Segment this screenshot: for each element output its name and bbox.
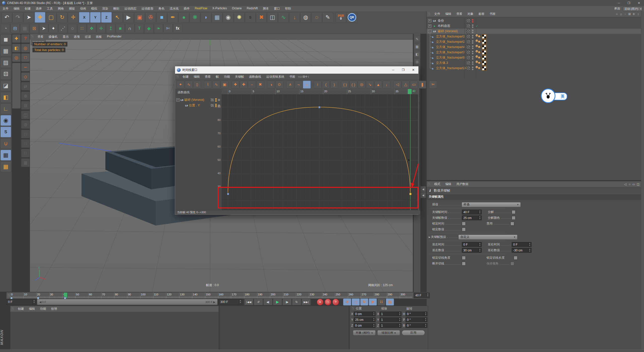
menu-item[interactable]: 角色 — [156, 7, 167, 11]
am-menu-item[interactable]: 编辑 — [443, 182, 454, 186]
minimize-button[interactable]: ─ — [614, 0, 624, 6]
visibility-toggle-icon[interactable] — [466, 34, 470, 39]
enable-dots-icon[interactable] — [472, 24, 473, 28]
break-checkbox[interactable] — [512, 210, 515, 214]
palette-cube-icon[interactable]: ◧ — [12, 44, 21, 52]
enable-dots-icon[interactable] — [472, 61, 473, 65]
render-picture-icon[interactable]: ▣ — [134, 12, 145, 23]
dots-a-icon[interactable]: ∷ — [21, 130, 30, 138]
move-window-icon[interactable]: ✛ — [632, 12, 636, 16]
paren-a-icon[interactable]: ( ) — [341, 81, 349, 89]
menu-item[interactable]: 插件 — [181, 7, 192, 11]
resize-icon[interactable]: ↕ — [636, 12, 640, 16]
tag-area[interactable] — [475, 66, 487, 71]
object-label[interactable]: 立方体_fracturepart4 — [436, 45, 465, 49]
expand-toggle-icon[interactable]: − — [176, 98, 180, 102]
delete-icon[interactable]: ⊠ — [21, 158, 30, 167]
magnet-icon[interactable]: ∪ — [1, 138, 11, 149]
select-lasso-icon[interactable]: ∽ — [21, 63, 30, 71]
timeline-menu-item[interactable]: 函数曲线 — [247, 75, 264, 79]
am-menu-item[interactable]: 用户数据 — [454, 182, 471, 186]
object-row[interactable]: 立方体.3 — [427, 60, 641, 66]
visibility-toggle-icon[interactable] — [466, 66, 470, 70]
timeline-close-button[interactable]: ✕ — [408, 66, 418, 74]
enable-dots-icon[interactable] — [472, 29, 473, 33]
object-label[interactable]: 立方体_fracturepart7 — [436, 50, 465, 55]
menu-item[interactable]: 工具 — [44, 7, 55, 11]
expand-toggle-icon[interactable]: + — [428, 19, 431, 22]
loop-button[interactable]: ↻ — [292, 299, 301, 305]
model-mode-icon[interactable]: ◼ — [1, 34, 11, 45]
visibility-toggle-icon[interactable] — [466, 24, 470, 28]
menu-item[interactable]: X-Particles — [210, 7, 229, 11]
steps-icon[interactable]: ⋰ — [58, 24, 67, 33]
add-cube-icon[interactable]: ■ — [156, 12, 167, 23]
paren-b-icon[interactable]: ( ) — [349, 81, 357, 89]
knife-icon[interactable]: ✄ — [164, 24, 173, 33]
track-weight-icon[interactable]: ◎ — [358, 81, 366, 89]
visibility-toggle-icon[interactable] — [466, 40, 470, 44]
viewport-solo-icon[interactable]: ◉ — [1, 115, 11, 126]
grip-handle[interactable] — [8, 294, 10, 297]
position-field[interactable]: 0 cm▲▼ — [354, 312, 376, 316]
generator-icon[interactable]: ❋ — [190, 12, 200, 23]
menu-item[interactable]: 窗口 — [271, 7, 283, 11]
flourish-icon[interactable]: ❧ — [154, 24, 163, 33]
timeline-minimize-button[interactable]: ─ — [388, 66, 398, 74]
position-field[interactable]: 25 cm▲▼ — [354, 317, 376, 322]
dock-icon[interactable]: ◫ — [636, 183, 640, 186]
prev-frame-button[interactable]: ◀| — [263, 299, 272, 305]
viewport-menu-item[interactable]: 选项 — [71, 35, 82, 39]
track-visibility-icon[interactable] — [210, 98, 214, 102]
coord-system-icon[interactable]: ↖ — [112, 12, 123, 23]
expand-icon[interactable]: ⊞ — [627, 12, 632, 16]
circle-points-icon[interactable]: ◌ — [68, 24, 77, 33]
object-label[interactable]: 备份 — [438, 19, 444, 23]
enable-dots-icon[interactable] — [472, 45, 473, 49]
menu-item[interactable]: 流水线 — [167, 7, 181, 11]
extrude-icon[interactable]: ↥ — [106, 24, 115, 33]
key-value-field[interactable]: 25 cm▲▼ — [462, 215, 482, 220]
light-icon[interactable]: ✺ — [234, 12, 245, 23]
lock-value-checkbox[interactable] — [462, 228, 466, 231]
lock-tangent-length-checkbox[interactable] — [514, 256, 517, 260]
close-hole-icon[interactable]: ◫ — [21, 111, 30, 119]
grid-dots-icon[interactable]: ∷ — [77, 24, 87, 33]
menu-item[interactable]: RealFlow — [192, 7, 210, 11]
expand-icon[interactable]: ⊞ — [303, 75, 305, 78]
menu-item[interactable]: 运动图形 — [139, 7, 156, 11]
points-mode-icon[interactable]: ⚄ — [1, 69, 11, 79]
track-circle-icon[interactable] — [218, 99, 220, 101]
om-menu-item[interactable]: 编辑 — [443, 12, 454, 16]
break-color-checkbox[interactable] — [512, 216, 515, 220]
selection-ring-icon[interactable]: ◌ — [311, 12, 322, 23]
collapse-icon[interactable]: ⊘ — [21, 120, 30, 129]
cross-cube-icon[interactable]: ✛ — [97, 24, 106, 33]
material-menu-item[interactable]: 创建 — [15, 307, 26, 311]
visibility-toggle-icon[interactable] — [466, 19, 470, 23]
object-row[interactable]: 立方体_fracturepart1 — [427, 34, 641, 39]
select-rect-icon[interactable]: □ — [21, 53, 30, 62]
workplane-globe-icon[interactable]: ◔ — [1, 24, 10, 33]
back-icon[interactable]: ◁ — [623, 183, 627, 186]
help-icon[interactable]: ? — [21, 34, 30, 43]
annotate-icon[interactable]: ✎ — [323, 12, 333, 23]
panel-icon[interactable]: ▭ — [632, 183, 636, 186]
scale-field[interactable]: 1▲▼ — [380, 312, 401, 316]
menu-item[interactable]: Octane — [229, 7, 244, 11]
visibility-toggle-icon[interactable] — [466, 29, 470, 33]
menu-item[interactable]: 文件 — [0, 7, 11, 11]
pen-strip-icon[interactable]: ✎ — [414, 36, 420, 42]
move-tool-icon[interactable]: ✚ — [35, 12, 45, 23]
menu-item[interactable]: 编辑 — [11, 7, 22, 11]
range-end-field[interactable]: 300 F▲▼ — [219, 299, 242, 305]
home-icon[interactable]: ⌂ — [619, 12, 623, 16]
break-tangent-checkbox[interactable] — [462, 262, 466, 266]
timeline-menu-item[interactable]: 书签 — [287, 75, 298, 79]
om-menu-item[interactable]: 书签 — [487, 12, 498, 16]
grid-strip-icon[interactable]: ▦ — [414, 43, 420, 50]
sky-icon[interactable]: S — [245, 12, 256, 23]
home-icon[interactable]: ⌂ — [300, 75, 301, 78]
timeline-menu-item[interactable]: 关键帧 — [232, 75, 247, 79]
cluster-icon[interactable]: ✦ — [49, 24, 58, 33]
